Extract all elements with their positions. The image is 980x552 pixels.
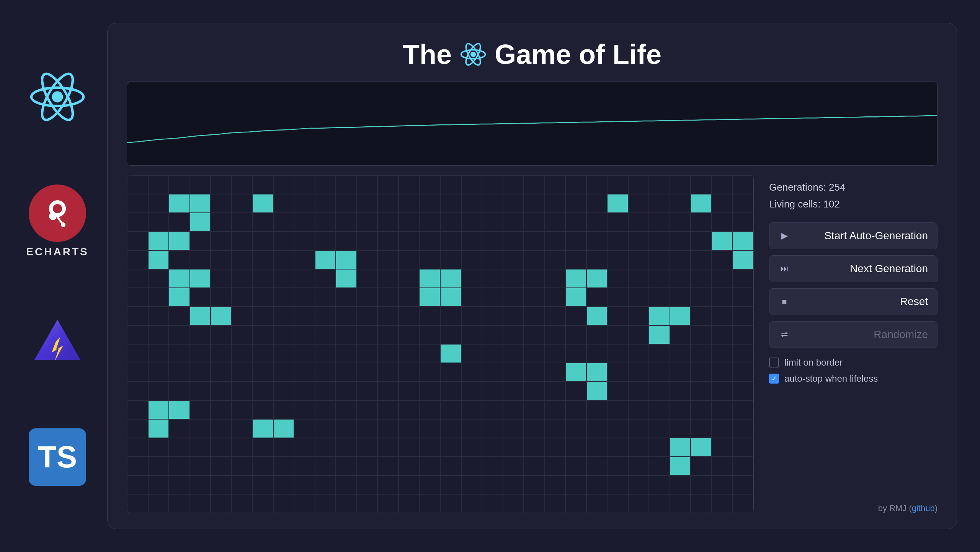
cell[interactable] (482, 475, 503, 494)
cell[interactable] (127, 344, 148, 363)
cell[interactable] (294, 494, 315, 513)
cell[interactable] (628, 288, 649, 307)
cell[interactable] (461, 269, 482, 288)
cell[interactable] (607, 344, 628, 363)
cell[interactable] (628, 438, 649, 457)
cell[interactable] (691, 363, 712, 382)
cell[interactable] (190, 250, 211, 269)
cell[interactable] (127, 419, 148, 438)
cell[interactable] (524, 494, 545, 513)
cell[interactable] (315, 438, 336, 457)
cell[interactable] (712, 269, 733, 288)
cell[interactable] (586, 250, 608, 269)
cell[interactable] (628, 494, 649, 513)
cell[interactable] (649, 288, 670, 307)
cell[interactable] (607, 494, 628, 513)
cell[interactable] (357, 382, 378, 400)
cell[interactable] (503, 419, 524, 438)
cell[interactable] (336, 213, 357, 232)
cell[interactable] (440, 213, 461, 232)
cell[interactable] (148, 288, 169, 307)
cell[interactable] (628, 400, 649, 419)
cell[interactable] (503, 438, 524, 457)
cell[interactable] (545, 175, 566, 194)
cell[interactable] (377, 344, 399, 363)
cell[interactable] (357, 175, 378, 194)
cell[interactable] (294, 269, 315, 288)
cell[interactable] (545, 363, 566, 382)
cell[interactable] (232, 269, 253, 288)
cell[interactable] (377, 438, 399, 457)
cell[interactable] (252, 382, 273, 400)
cell[interactable] (336, 475, 357, 494)
cell[interactable] (148, 494, 169, 513)
cell[interactable] (712, 232, 733, 250)
cell[interactable] (357, 475, 378, 494)
cell[interactable] (732, 457, 753, 475)
cell[interactable] (169, 288, 190, 307)
cell[interactable] (169, 175, 190, 194)
cell[interactable] (232, 494, 253, 513)
cell[interactable] (357, 363, 378, 382)
cell[interactable] (524, 382, 545, 400)
cell[interactable] (482, 213, 503, 232)
cell[interactable] (691, 475, 712, 494)
cell[interactable] (712, 438, 733, 457)
cell[interactable] (336, 457, 357, 475)
cell[interactable] (565, 307, 586, 325)
cell[interactable] (545, 213, 566, 232)
cell[interactable] (524, 250, 545, 269)
cell[interactable] (524, 307, 545, 325)
start-auto-button[interactable]: ▶ Start Auto-Generation (769, 222, 938, 249)
cell[interactable] (628, 344, 649, 363)
cell[interactable] (190, 325, 211, 344)
cell[interactable] (691, 269, 712, 288)
cell[interactable] (482, 194, 503, 213)
cell[interactable] (419, 363, 440, 382)
cell[interactable] (503, 363, 524, 382)
cell[interactable] (273, 419, 294, 438)
cell[interactable] (169, 475, 190, 494)
cell[interactable] (712, 194, 733, 213)
cell[interactable] (336, 419, 357, 438)
cell[interactable] (252, 269, 273, 288)
cell[interactable] (377, 419, 399, 438)
cell[interactable] (127, 325, 148, 344)
cell[interactable] (691, 194, 712, 213)
cell[interactable] (607, 363, 628, 382)
cell[interactable] (712, 325, 733, 344)
cell[interactable] (211, 438, 232, 457)
cell[interactable] (586, 213, 608, 232)
cell[interactable] (252, 232, 273, 250)
cell[interactable] (211, 494, 232, 513)
cell[interactable] (127, 400, 148, 419)
cell[interactable] (691, 438, 712, 457)
cell[interactable] (712, 363, 733, 382)
cell[interactable] (315, 232, 336, 250)
cell[interactable] (273, 288, 294, 307)
cell[interactable] (482, 363, 503, 382)
cell[interactable] (649, 438, 670, 457)
cell[interactable] (190, 457, 211, 475)
cell[interactable] (232, 250, 253, 269)
cell[interactable] (482, 438, 503, 457)
cell[interactable] (315, 400, 336, 419)
cell[interactable] (273, 307, 294, 325)
cell[interactable] (148, 325, 169, 344)
cell[interactable] (190, 288, 211, 307)
cell[interactable] (211, 175, 232, 194)
cell[interactable] (232, 175, 253, 194)
cell[interactable] (169, 307, 190, 325)
cell[interactable] (148, 344, 169, 363)
cell[interactable] (399, 194, 420, 213)
cell[interactable] (232, 344, 253, 363)
cell[interactable] (315, 269, 336, 288)
cell[interactable] (377, 400, 399, 419)
cell[interactable] (586, 288, 608, 307)
cell[interactable] (545, 232, 566, 250)
cell[interactable] (691, 288, 712, 307)
cell[interactable] (190, 382, 211, 400)
cell[interactable] (148, 400, 169, 419)
cell[interactable] (649, 213, 670, 232)
cell[interactable] (732, 494, 753, 513)
